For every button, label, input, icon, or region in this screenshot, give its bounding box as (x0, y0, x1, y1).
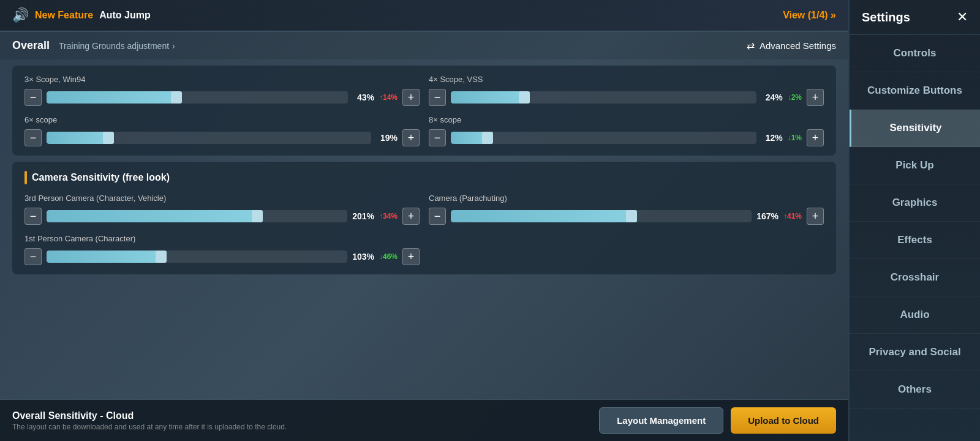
slider-track[interactable] (47, 91, 348, 104)
scope-title: 4× Scope, VSS (429, 75, 824, 84)
slider-plus-button[interactable]: + (402, 208, 420, 225)
slider-value: 24% (761, 92, 783, 102)
slider-change: ↓46% (379, 252, 398, 261)
slider-value: 167% (756, 211, 778, 221)
slider-minus-button[interactable]: − (24, 248, 42, 265)
slider-track[interactable] (451, 132, 756, 144)
slider-value: 12% (761, 133, 783, 143)
scope-title: 8× scope (429, 115, 824, 124)
slider-plus-button[interactable]: + (402, 129, 420, 146)
slider-thumb[interactable] (626, 210, 637, 222)
sidebar: Settings ✕ ControlsCustomize ButtonsSens… (848, 0, 980, 441)
slider-thumb[interactable] (519, 91, 530, 104)
sidebar-item-others[interactable]: Others (850, 371, 980, 409)
slider-thumb[interactable] (482, 132, 493, 144)
scope-item: 3× Scope, Win94−43%↑14%+ (24, 75, 420, 106)
overall-label: Overall (12, 39, 50, 52)
camera-section-header: Camera Sensitivity (free look) (24, 171, 824, 184)
sidebar-item-controls[interactable]: Controls (850, 35, 980, 72)
slider-row: −43%↑14%+ (24, 89, 420, 106)
slider-change: ↓1% (788, 134, 802, 142)
slider-fill (47, 91, 176, 104)
slider-value: 43% (353, 92, 374, 102)
scope-title: 3× Scope, Win94 (24, 75, 420, 84)
slider-fill (451, 210, 631, 222)
advanced-settings-icon: ⇄ (747, 40, 755, 51)
slider-value: 201% (352, 211, 374, 221)
slider-minus-button[interactable]: − (24, 208, 42, 225)
feature-name: Auto Jump (99, 10, 151, 21)
slider-plus-button[interactable]: + (402, 248, 420, 265)
advanced-settings-label: Advanced Settings (760, 40, 836, 51)
sidebar-item-pick-up[interactable]: Pick Up (850, 147, 980, 184)
slider-track[interactable] (47, 251, 347, 263)
sidebar-item-privacy-and-social[interactable]: Privacy and Social (850, 334, 980, 371)
scopes-section: 3× Scope, Win94−43%↑14%+4× Scope, VSS−24… (12, 66, 836, 156)
slider-row: −12%↓1%+ (429, 129, 824, 146)
sidebar-header: Settings ✕ (850, 0, 980, 35)
speaker-icon: 🔊 (12, 7, 29, 23)
slider-minus-button[interactable]: − (24, 89, 42, 106)
slider-minus-button[interactable]: − (429, 89, 446, 106)
slider-minus-button[interactable]: − (429, 129, 446, 146)
header-left: Overall Training Grounds adjustment › (12, 39, 175, 52)
slider-track[interactable] (451, 91, 756, 104)
slider-thumb[interactable] (103, 132, 114, 144)
scope-item: Camera (Parachuting)−167%↑41%+ (429, 194, 824, 225)
sidebar-item-crosshair[interactable]: Crosshair (850, 259, 980, 296)
slider-value: 103% (352, 252, 374, 262)
section-accent (24, 171, 27, 184)
sidebar-item-sensitivity[interactable]: Sensitivity (850, 110, 980, 147)
slider-thumb[interactable] (171, 91, 182, 104)
scope-title: 3rd Person Camera (Character, Vehicle) (24, 194, 420, 203)
sidebar-title: Settings (862, 10, 910, 24)
upload-to-cloud-button[interactable]: Upload to Cloud (731, 407, 836, 434)
slider-row: −103%↓46%+ (24, 248, 420, 265)
scope-item: 8× scope−12%↓1%+ (429, 115, 824, 146)
bottom-buttons: Layout Management Upload to Cloud (599, 407, 836, 434)
camera-section-title: Camera Sensitivity (free look) (32, 172, 170, 183)
slider-track[interactable] (47, 132, 371, 144)
slider-plus-button[interactable]: + (807, 89, 824, 106)
slider-row: −24%↓2%+ (429, 89, 824, 106)
slider-change: ↑14% (379, 93, 398, 102)
bottom-bar: Overall Sensitivity - Cloud The layout c… (0, 399, 848, 441)
slider-plus-button[interactable]: + (807, 129, 824, 146)
slider-track[interactable] (451, 210, 752, 222)
sidebar-item-graphics[interactable]: Graphics (850, 184, 980, 222)
cloud-info: Overall Sensitivity - Cloud The layout c… (12, 410, 287, 431)
banner-left: 🔊 New Feature Auto Jump (12, 7, 151, 23)
close-button[interactable]: ✕ (957, 9, 968, 25)
slider-value: 19% (376, 133, 398, 143)
slider-minus-button[interactable]: − (24, 129, 42, 146)
slider-thumb[interactable] (252, 210, 263, 222)
slider-plus-button[interactable]: + (402, 89, 420, 106)
slider-plus-button[interactable]: + (807, 208, 824, 225)
slider-fill (47, 210, 257, 222)
slider-row: −167%↑41%+ (429, 208, 824, 225)
sidebar-item-audio[interactable]: Audio (850, 296, 980, 334)
slider-fill (451, 91, 524, 104)
slider-change: ↑41% (783, 212, 802, 221)
cloud-desc: The layout can be downloaded and used at… (12, 423, 287, 431)
scope-title: 6× scope (24, 115, 420, 124)
sidebar-item-customize-buttons[interactable]: Customize Buttons (850, 72, 980, 110)
slider-track[interactable] (47, 210, 347, 222)
header-row: Overall Training Grounds adjustment › ⇄ … (0, 32, 848, 59)
training-label[interactable]: Training Grounds adjustment › (59, 41, 175, 51)
sidebar-nav: ControlsCustomize ButtonsSensitivityPick… (850, 35, 980, 441)
scope-item: 6× scope−19%+ (24, 115, 420, 146)
layout-management-button[interactable]: Layout Management (599, 407, 723, 434)
slider-change: ↑34% (379, 212, 398, 221)
slider-minus-button[interactable]: − (429, 208, 446, 225)
advanced-settings-button[interactable]: ⇄ Advanced Settings (747, 40, 836, 51)
view-button[interactable]: View (1/4) » (783, 10, 836, 21)
scroll-content: 3× Scope, Win94−43%↑14%+4× Scope, VSS−24… (0, 59, 848, 399)
scope-title: 1st Person Camera (Character) (24, 234, 420, 243)
sidebar-item-effects[interactable]: Effects (850, 222, 980, 259)
cloud-title: Overall Sensitivity - Cloud (12, 410, 287, 421)
slider-thumb[interactable] (156, 251, 167, 263)
slider-fill (47, 132, 108, 144)
slider-fill (47, 251, 161, 263)
camera-section: Camera Sensitivity (free look) 3rd Perso… (12, 162, 836, 274)
